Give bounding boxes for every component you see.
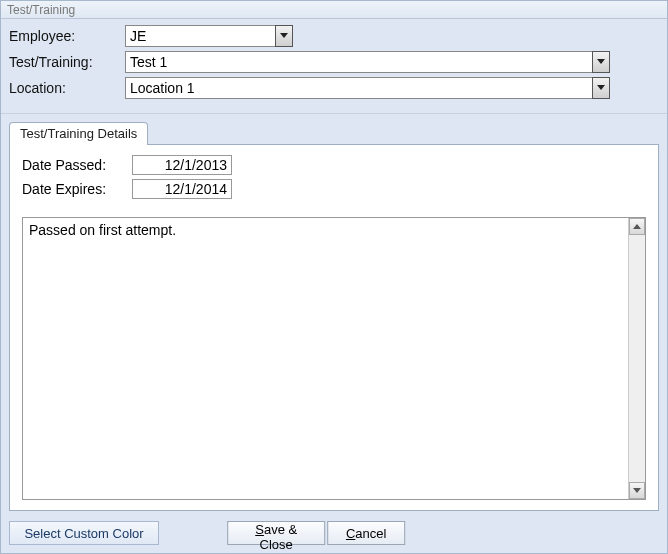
chevron-down-icon xyxy=(597,85,605,91)
save-mnemonic: S xyxy=(255,522,264,537)
notes-textarea[interactable] xyxy=(23,218,628,499)
save-and-close-button[interactable]: Save & Close xyxy=(227,521,325,545)
testtraining-dropdown-button[interactable] xyxy=(592,51,610,73)
employee-row: Employee: xyxy=(9,25,659,47)
scroll-up-button[interactable] xyxy=(629,218,645,235)
date-passed-label: Date Passed: xyxy=(22,157,132,173)
tabs-area: Test/Training Details Date Passed: Date … xyxy=(1,114,667,515)
window-title: Test/Training xyxy=(1,1,667,19)
date-expires-label: Date Expires: xyxy=(22,181,132,197)
footer-center-buttons: Save & Close Cancel xyxy=(227,521,405,545)
test-training-window: Test/Training Employee: Test/Training: L… xyxy=(0,0,668,554)
location-label: Location: xyxy=(9,80,125,96)
select-custom-color-button[interactable]: Select Custom Color xyxy=(9,521,159,545)
save-rest: ave & Close xyxy=(260,522,298,552)
location-combo[interactable] xyxy=(125,77,610,99)
date-passed-input[interactable] xyxy=(132,155,232,175)
chevron-up-icon xyxy=(633,224,641,230)
chevron-down-icon xyxy=(597,59,605,65)
employee-dropdown-button[interactable] xyxy=(275,25,293,47)
cancel-mnemonic: C xyxy=(346,526,355,541)
location-dropdown-button[interactable] xyxy=(592,77,610,99)
chevron-down-icon xyxy=(633,488,641,494)
cancel-rest: ancel xyxy=(355,526,386,541)
chevron-down-icon xyxy=(280,33,288,39)
date-expires-row: Date Expires: xyxy=(22,179,646,199)
date-passed-row: Date Passed: xyxy=(22,155,646,175)
testtraining-row: Test/Training: xyxy=(9,51,659,73)
notes-container xyxy=(22,217,646,500)
testtraining-label: Test/Training: xyxy=(9,54,125,70)
cancel-button[interactable]: Cancel xyxy=(327,521,405,545)
date-expires-input[interactable] xyxy=(132,179,232,199)
location-row: Location: xyxy=(9,77,659,99)
testtraining-combo[interactable] xyxy=(125,51,610,73)
location-input[interactable] xyxy=(125,77,592,99)
employee-label: Employee: xyxy=(9,28,125,44)
notes-scrollbar[interactable] xyxy=(628,218,645,499)
testtraining-input[interactable] xyxy=(125,51,592,73)
header-form: Employee: Test/Training: Location: xyxy=(1,19,667,114)
employee-combo[interactable] xyxy=(125,25,293,47)
tab-panel-details: Date Passed: Date Expires: xyxy=(9,144,659,511)
tab-details[interactable]: Test/Training Details xyxy=(9,122,148,145)
footer-bar: Select Custom Color Save & Close Cancel xyxy=(1,515,667,553)
scroll-down-button[interactable] xyxy=(629,482,645,499)
tab-strip: Test/Training Details xyxy=(9,120,659,144)
employee-input[interactable] xyxy=(125,25,275,47)
